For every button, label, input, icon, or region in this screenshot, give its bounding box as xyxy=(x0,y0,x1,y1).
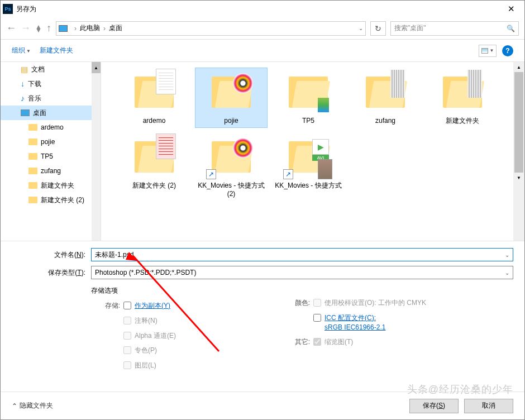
window-title: 另存为 xyxy=(16,4,500,14)
shortcut-icon: ↗ xyxy=(206,169,216,179)
sidebar-scrollbar[interactable] xyxy=(92,62,101,241)
scroll-thumb[interactable] xyxy=(514,72,523,173)
cancel-button[interactable]: 取消 xyxy=(464,399,513,413)
icc-checkbox[interactable] xyxy=(313,314,321,322)
icc-link[interactable]: ICC 配置文件(C):sRGB IEC61966-2.1 xyxy=(324,313,385,332)
tree-label: pojie xyxy=(41,138,55,146)
file-name: KK_Movies - 快捷方式 xyxy=(275,182,341,190)
file-item[interactable]: 新建文件夹 (2) xyxy=(118,132,190,201)
sidebar-item[interactable]: ardemo xyxy=(1,120,101,135)
hide-folders-toggle[interactable]: ⌃ 隐藏文件夹 xyxy=(12,401,53,411)
file-item[interactable]: zufang xyxy=(349,68,422,128)
file-name: TP5 xyxy=(302,117,314,126)
folder-icon: ▶AVI↗ xyxy=(283,135,333,179)
back-button[interactable]: ← xyxy=(6,22,16,34)
search-input[interactable]: 搜索"桌面" 🔍 xyxy=(390,21,519,36)
sidebar-item[interactable]: 新建文件夹 (2) xyxy=(1,193,101,207)
close-button[interactable]: ✕ xyxy=(500,4,522,14)
file-item[interactable]: TP5 xyxy=(272,68,345,128)
history-dropdown[interactable]: ▲▼ xyxy=(35,25,42,32)
tree-label: zufang xyxy=(41,167,61,175)
breadcrumb-item[interactable]: 此电脑 xyxy=(80,23,100,33)
sidebar-item[interactable]: ▤文档 xyxy=(1,62,101,77)
file-item[interactable]: pojie xyxy=(195,68,268,128)
proof-checkbox xyxy=(313,299,321,307)
tree-label: 新建文件夹 xyxy=(41,181,74,190)
ps-icon: Ps xyxy=(3,4,13,14)
tree-label: 下载 xyxy=(28,79,41,89)
filetype-select[interactable]: Photoshop (*.PSD;*.PDD;*.PSDT) ⌄ xyxy=(91,266,513,279)
new-folder-button[interactable]: 新建文件夹 xyxy=(40,46,73,55)
up-button[interactable]: ↑ xyxy=(46,22,51,34)
folder-icon xyxy=(437,70,488,114)
file-item[interactable]: ardemo xyxy=(118,68,190,128)
folder-icon xyxy=(206,70,256,114)
filename-label: 文件名(N): xyxy=(12,250,85,260)
document-icon: ▤ xyxy=(21,65,28,74)
sidebar-item[interactable]: pojie xyxy=(1,135,101,149)
desktop-icon xyxy=(59,25,68,32)
notes-checkbox xyxy=(123,317,131,324)
file-item[interactable]: ↗KK_Movies - 快捷方式 (2) xyxy=(195,132,268,201)
sidebar-item[interactable]: 桌面 xyxy=(1,106,101,120)
scroll-up[interactable]: ▲ xyxy=(513,62,524,72)
sidebar-item[interactable]: 新建文件夹 xyxy=(1,178,101,193)
folder-icon xyxy=(360,70,411,114)
spot-checkbox xyxy=(123,346,131,354)
filename-dropdown[interactable]: ⌄ xyxy=(505,252,509,258)
desktop-icon xyxy=(21,109,30,116)
folder-icon xyxy=(283,70,333,114)
help-icon[interactable]: ? xyxy=(502,45,513,56)
files-scrollbar[interactable]: ▲ ▼ xyxy=(513,62,524,241)
tree-label: 新建文件夹 (2) xyxy=(41,195,84,205)
folder-icon xyxy=(28,168,37,174)
chevron-up-icon: ⌃ xyxy=(12,402,17,410)
refresh-button[interactable]: ↻ xyxy=(370,21,386,36)
sidebar: ▤文档↓下载♪音乐桌面ardemopojieTP5zufang新建文件夹新建文件… xyxy=(1,62,101,241)
main-area: ▤文档↓下载♪音乐桌面ardemopojieTP5zufang新建文件夹新建文件… xyxy=(1,62,524,241)
folder-icon xyxy=(28,153,37,160)
organize-menu[interactable]: 组织▼ xyxy=(12,46,31,55)
tree-label: 文档 xyxy=(31,65,45,74)
as-copy-link[interactable]: 作为副本(Y) xyxy=(135,301,170,311)
toolbar: 组织▼ 新建文件夹 ▼ ? xyxy=(1,40,524,62)
file-name: zufang xyxy=(375,117,395,126)
tree-label: TP5 xyxy=(41,152,53,160)
folder-icon xyxy=(129,70,179,114)
address-dropdown[interactable]: ⌄ xyxy=(359,25,363,31)
folder-icon xyxy=(28,139,37,145)
filetype-dropdown[interactable]: ⌄ xyxy=(505,270,509,276)
address-bar[interactable]: › 此电脑 › 桌面 ⌄ xyxy=(56,21,366,36)
sidebar-item[interactable]: TP5 xyxy=(1,149,101,164)
folder-icon xyxy=(28,197,37,203)
scroll-down[interactable]: ▼ xyxy=(513,173,524,183)
forward-button[interactable]: → xyxy=(21,22,31,34)
as-copy-checkbox[interactable] xyxy=(123,302,131,309)
folder-icon xyxy=(28,182,37,189)
color-label: 颜色: xyxy=(281,298,310,308)
folder-icon xyxy=(28,124,37,131)
sidebar-item[interactable]: ♪音乐 xyxy=(1,91,101,106)
tree-label: ardemo xyxy=(41,123,64,131)
alpha-checkbox xyxy=(123,332,131,340)
breadcrumb-item[interactable]: 桌面 xyxy=(109,23,122,33)
file-item[interactable]: ▶AVI↗KK_Movies - 快捷方式 xyxy=(272,132,345,201)
other-label: 其它: xyxy=(281,337,310,347)
layers-checkbox xyxy=(123,361,131,369)
save-button[interactable]: 保存(S) xyxy=(409,399,459,413)
shortcut-icon: ↗ xyxy=(283,169,293,179)
thumbnail-checkbox xyxy=(313,338,321,346)
view-button[interactable]: ▼ xyxy=(479,45,497,57)
file-name: 新建文件夹 xyxy=(446,117,479,126)
sidebar-scroll-up[interactable]: ▲ xyxy=(92,62,101,73)
tree-label: 桌面 xyxy=(33,108,46,118)
file-name: ardemo xyxy=(143,117,166,126)
folder-icon xyxy=(129,135,179,179)
file-item[interactable]: 新建文件夹 xyxy=(426,68,499,128)
sidebar-item[interactable]: zufang xyxy=(1,164,101,178)
sidebar-item[interactable]: ↓下载 xyxy=(1,77,101,91)
filename-input[interactable]: 未标题-1.psd ⌄ xyxy=(91,248,513,261)
save-options-title: 存储选项 xyxy=(91,286,259,295)
filetype-label: 保存类型(T): xyxy=(12,268,85,278)
nav-bar: ← → ▲▼ ↑ › 此电脑 › 桌面 ⌄ ↻ 搜索"桌面" 🔍 xyxy=(1,17,524,40)
